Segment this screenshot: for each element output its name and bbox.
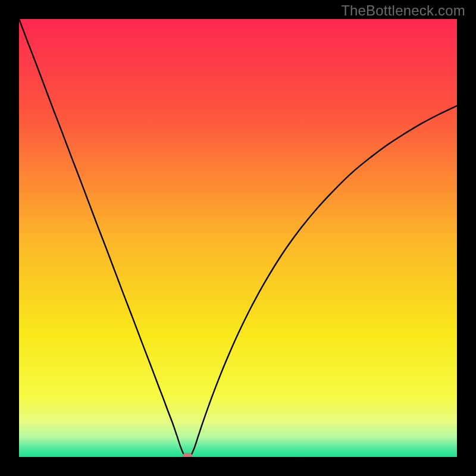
plot-area: [19, 19, 457, 457]
bottleneck-curve: [19, 19, 457, 457]
optimum-marker: [183, 453, 192, 457]
watermark-text: TheBottleneck.com: [341, 2, 465, 19]
chart-frame: TheBottleneck.com: [0, 0, 476, 476]
